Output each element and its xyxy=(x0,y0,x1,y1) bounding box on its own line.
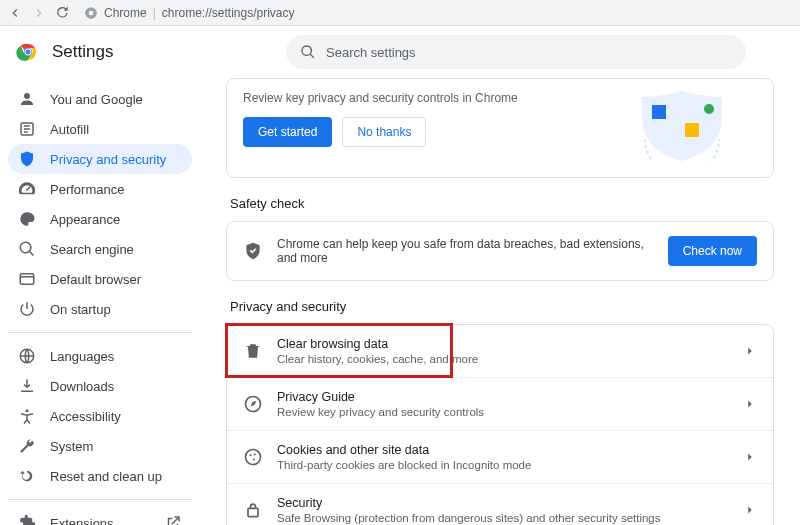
row-title: Cookies and other site data xyxy=(277,443,531,457)
compass-icon xyxy=(243,394,263,414)
sidebar-item-label: Privacy and security xyxy=(50,152,166,167)
sidebar-item-privacy-security[interactable]: Privacy and security xyxy=(8,144,192,174)
row-cookies[interactable]: Cookies and other site data Third-party … xyxy=(227,431,773,484)
sidebar-item-label: Search engine xyxy=(50,242,134,257)
sidebar-item-autofill[interactable]: Autofill xyxy=(8,114,192,144)
omnibox-url: chrome://settings/privacy xyxy=(162,6,295,20)
extension-icon xyxy=(18,514,36,525)
svg-point-8 xyxy=(26,409,29,412)
privacy-guide-intro-card: Review key privacy and security controls… xyxy=(226,78,774,178)
svg-point-13 xyxy=(704,104,714,114)
back-icon[interactable] xyxy=(8,6,22,20)
row-security[interactable]: Security Safe Browsing (protection from … xyxy=(227,484,773,525)
main-content: Review key privacy and security controls… xyxy=(200,78,800,525)
sidebar-item-performance[interactable]: Performance xyxy=(8,174,192,204)
row-title: Security xyxy=(277,496,661,510)
get-started-button[interactable]: Get started xyxy=(243,117,332,147)
privacy-security-heading: Privacy and security xyxy=(230,299,770,314)
privacy-security-list: Clear browsing data Clear history, cooki… xyxy=(226,324,774,525)
row-subtitle: Clear history, cookies, cache, and more xyxy=(277,353,478,365)
row-subtitle: Third-party cookies are blocked in Incog… xyxy=(277,459,531,471)
svg-point-1 xyxy=(89,10,94,15)
check-now-button[interactable]: Check now xyxy=(668,236,757,266)
open-in-new-icon xyxy=(164,514,182,525)
settings-header: Settings Search settings xyxy=(0,26,800,78)
safety-check-heading: Safety check xyxy=(230,196,770,211)
omnibox-label: Chrome xyxy=(104,6,147,20)
search-icon xyxy=(18,240,36,258)
lock-icon xyxy=(243,500,263,520)
row-subtitle: Safe Browsing (protection from dangerous… xyxy=(277,512,661,524)
sidebar-item-label: Reset and clean up xyxy=(50,469,162,484)
sidebar-item-extensions[interactable]: Extensions xyxy=(8,508,192,525)
row-subtitle: Review key privacy and security controls xyxy=(277,406,484,418)
sidebar-item-you-and-google[interactable]: You and Google xyxy=(8,84,192,114)
search-placeholder: Search settings xyxy=(326,45,416,60)
sidebar-item-label: Performance xyxy=(50,182,124,197)
speedometer-icon xyxy=(18,180,36,198)
sidebar-item-accessibility[interactable]: Accessibility xyxy=(8,401,192,431)
sidebar-item-label: Extensions xyxy=(50,516,114,526)
sidebar-item-system[interactable]: System xyxy=(8,431,192,461)
sidebar-item-label: System xyxy=(50,439,93,454)
chrome-logo-icon xyxy=(16,40,40,64)
globe-icon xyxy=(18,347,36,365)
sidebar-item-reset[interactable]: Reset and clean up xyxy=(8,461,192,491)
restore-icon xyxy=(18,467,36,485)
page-title: Settings xyxy=(52,42,113,62)
svg-point-17 xyxy=(254,453,256,455)
sidebar-item-downloads[interactable]: Downloads xyxy=(8,371,192,401)
svg-point-16 xyxy=(249,454,251,456)
browser-address-bar: Chrome | chrome://settings/privacy xyxy=(0,0,800,26)
row-privacy-guide[interactable]: Privacy Guide Review key privacy and sec… xyxy=(227,378,773,431)
svg-point-18 xyxy=(253,458,255,460)
sidebar-item-label: Autofill xyxy=(50,122,89,137)
no-thanks-button[interactable]: No thanks xyxy=(342,117,426,147)
omnibox[interactable]: Chrome | chrome://settings/privacy xyxy=(80,6,792,20)
wrench-icon xyxy=(18,437,36,455)
sidebar-item-label: On startup xyxy=(50,302,111,317)
guide-subtitle: Review key privacy and security controls… xyxy=(243,91,591,105)
accessibility-icon xyxy=(18,407,36,425)
row-title: Privacy Guide xyxy=(277,390,484,404)
sidebar-item-search-engine[interactable]: Search engine xyxy=(8,234,192,264)
svg-rect-12 xyxy=(685,123,699,137)
sidebar-item-label: Appearance xyxy=(50,212,120,227)
chevron-right-icon xyxy=(743,397,757,411)
safety-check-card: Chrome can help keep you safe from data … xyxy=(226,221,774,281)
search-input[interactable]: Search settings xyxy=(286,35,746,69)
svg-point-15 xyxy=(246,450,261,465)
forward-icon[interactable] xyxy=(32,6,46,20)
person-icon xyxy=(18,90,36,108)
sidebar-item-appearance[interactable]: Appearance xyxy=(8,204,192,234)
sidebar-item-on-startup[interactable]: On startup xyxy=(8,294,192,324)
chrome-icon xyxy=(84,6,98,20)
autofill-icon xyxy=(18,120,36,138)
row-clear-browsing-data[interactable]: Clear browsing data Clear history, cooki… xyxy=(227,325,773,378)
row-title: Clear browsing data xyxy=(277,337,478,351)
chevron-right-icon xyxy=(743,503,757,517)
svg-rect-11 xyxy=(652,105,666,119)
sidebar-item-languages[interactable]: Languages xyxy=(8,341,192,371)
sidebar: You and Google Autofill Privacy and secu… xyxy=(0,78,200,525)
cookie-icon xyxy=(243,447,263,467)
sidebar-item-label: Default browser xyxy=(50,272,141,287)
sidebar-item-label: You and Google xyxy=(50,92,143,107)
shield-check-icon xyxy=(243,241,263,261)
chevron-right-icon xyxy=(743,450,757,464)
sidebar-item-label: Downloads xyxy=(50,379,114,394)
svg-rect-19 xyxy=(248,508,258,516)
search-icon xyxy=(300,44,316,60)
browser-icon xyxy=(18,270,36,288)
shield-icon xyxy=(18,150,36,168)
trash-icon xyxy=(243,341,263,361)
safety-check-text: Chrome can help keep you safe from data … xyxy=(277,237,654,265)
download-icon xyxy=(18,377,36,395)
sidebar-item-label: Accessibility xyxy=(50,409,121,424)
power-icon xyxy=(18,300,36,318)
sidebar-item-label: Languages xyxy=(50,349,114,364)
sidebar-item-default-browser[interactable]: Default browser xyxy=(8,264,192,294)
reload-icon[interactable] xyxy=(56,6,70,20)
palette-icon xyxy=(18,210,36,228)
svg-rect-6 xyxy=(20,274,34,285)
